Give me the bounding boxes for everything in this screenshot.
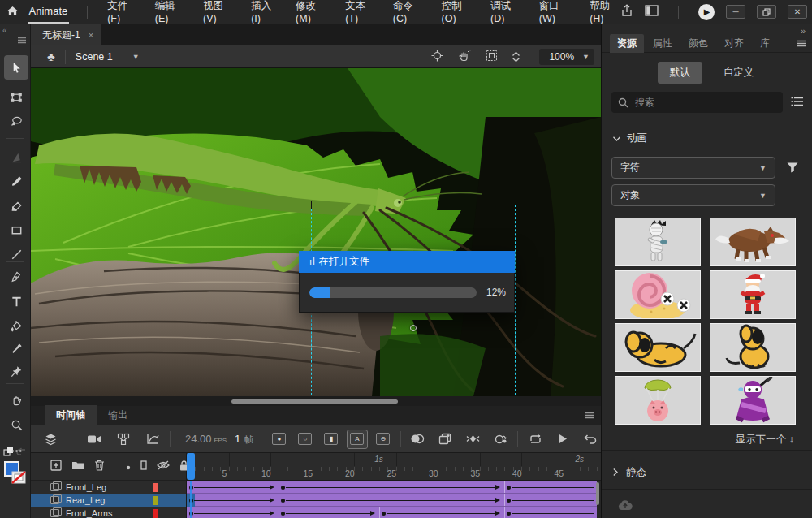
fill-stroke-swatches[interactable] bbox=[4, 461, 27, 488]
keyframe-dot[interactable] bbox=[281, 499, 285, 503]
insert-frame-icon[interactable]: ▮ bbox=[321, 430, 342, 449]
animation-section-header[interactable]: 动画 bbox=[613, 132, 647, 145]
select-tool[interactable] bbox=[4, 55, 28, 80]
loop-icon[interactable] bbox=[525, 430, 546, 449]
menu-item-帮助H[interactable]: 帮助(H) bbox=[590, 0, 620, 24]
restore-button[interactable] bbox=[757, 5, 776, 19]
timeline-tab-输出[interactable]: 输出 bbox=[97, 405, 139, 425]
line-tool[interactable] bbox=[7, 245, 25, 263]
timeline-panel-menu-icon[interactable] bbox=[585, 410, 594, 421]
play-icon[interactable] bbox=[552, 430, 573, 449]
undo-icon[interactable] bbox=[580, 430, 601, 449]
frames-panel[interactable]: 510152025303540451s2s bbox=[187, 453, 601, 518]
track-row-Front_Arms[interactable] bbox=[187, 507, 597, 518]
layer-outline-color[interactable] bbox=[153, 496, 158, 505]
app-name[interactable]: Animate bbox=[26, 0, 80, 24]
paint-bucket-tool[interactable] bbox=[7, 317, 25, 335]
quick-share-play-icon[interactable]: ▶ bbox=[698, 4, 715, 20]
menu-item-窗口W[interactable]: 窗口(W) bbox=[539, 0, 572, 24]
layer-row-Rear_Leg[interactable]: Rear_Leg bbox=[31, 494, 186, 507]
keyframe-dot[interactable] bbox=[382, 512, 386, 516]
toolbar-menu-icon[interactable] bbox=[18, 35, 26, 46]
search-box[interactable] bbox=[611, 92, 783, 113]
minimize-button[interactable]: ─ bbox=[726, 5, 745, 19]
keyframe-dot[interactable] bbox=[507, 486, 511, 490]
asset-ninja-thumbnail[interactable] bbox=[710, 376, 796, 425]
upload-cloud-icon[interactable] bbox=[618, 499, 633, 513]
assets-panel-menu-icon[interactable] bbox=[797, 38, 806, 50]
tween-circle-icon[interactable] bbox=[490, 430, 511, 449]
delete-layer-icon[interactable] bbox=[94, 460, 105, 473]
share-icon[interactable] bbox=[620, 4, 633, 19]
layer-row-Front_Arms[interactable]: Front_Arms bbox=[31, 507, 186, 518]
panel-tab-颜色[interactable]: 颜色 bbox=[681, 34, 715, 53]
stage-horizontal-scrollbar[interactable] bbox=[231, 399, 398, 404]
search-input[interactable] bbox=[635, 97, 749, 108]
keyframe-dot[interactable] bbox=[507, 512, 511, 516]
menu-item-命令C[interactable]: 命令(C) bbox=[393, 0, 424, 24]
outline-dot-icon[interactable] bbox=[126, 461, 131, 473]
auto-keyframe-icon[interactable]: A bbox=[347, 430, 368, 449]
default-presets-button[interactable]: 默认 bbox=[658, 62, 702, 84]
stage-canvas[interactable]: 正在打开文件 12% bbox=[31, 68, 601, 406]
frame-rate[interactable]: 24.00FPS bbox=[185, 433, 227, 445]
panel-tab-属性[interactable]: 属性 bbox=[646, 34, 680, 53]
layer-row-Front_Leg[interactable]: Front_Leg bbox=[31, 481, 186, 494]
list-view-icon[interactable] bbox=[791, 97, 803, 109]
edit-multiple-frames-icon[interactable] bbox=[434, 430, 456, 449]
transform-point-icon[interactable] bbox=[410, 325, 417, 331]
menu-item-编辑E[interactable]: 编辑(E) bbox=[155, 0, 185, 24]
layers-icon[interactable] bbox=[41, 430, 62, 449]
symbol-club-icon[interactable]: ♣ bbox=[47, 50, 55, 63]
hollow-keyframe-icon[interactable]: ○ bbox=[295, 430, 316, 449]
panel-tab-库[interactable]: 库 bbox=[753, 34, 777, 53]
panel-tab-资源[interactable]: 资源 bbox=[610, 34, 644, 53]
center-stage-icon[interactable] bbox=[431, 50, 443, 64]
object-dropdown[interactable]: 对象 ▼ bbox=[611, 184, 775, 206]
tab-close-icon[interactable]: × bbox=[89, 30, 93, 40]
clip-content-icon[interactable] bbox=[486, 50, 498, 64]
close-button[interactable]: ✕ bbox=[788, 5, 807, 19]
lasso-tool[interactable] bbox=[7, 112, 25, 130]
rectangle-tool[interactable] bbox=[7, 221, 25, 239]
graph-icon[interactable] bbox=[142, 430, 163, 449]
parenting-icon[interactable] bbox=[113, 430, 134, 449]
keyframe-dot[interactable] bbox=[281, 512, 285, 516]
brush-tool[interactable] bbox=[7, 172, 25, 190]
timeline-tab-时间轴[interactable]: 时间轴 bbox=[45, 405, 97, 425]
asset-dog-lying-thumbnail[interactable] bbox=[615, 323, 701, 372]
zoom-level-dropdown[interactable]: 100% ▼ bbox=[539, 49, 594, 65]
frames-vertical-scrollbar[interactable] bbox=[596, 482, 599, 505]
tween-diamond-icon[interactable] bbox=[462, 430, 483, 449]
remove-frame-icon[interactable]: ⊖ bbox=[373, 430, 394, 449]
current-frame-number[interactable]: 1 bbox=[235, 433, 240, 445]
dialog-title[interactable]: 正在打开文件 bbox=[299, 251, 515, 273]
outline-rect-icon[interactable] bbox=[140, 460, 147, 473]
keyframe-icon[interactable]: ● bbox=[269, 430, 290, 449]
static-section-header[interactable]: 静态 bbox=[613, 465, 646, 479]
free-transform-tool[interactable] bbox=[7, 88, 25, 106]
text-tool[interactable] bbox=[7, 292, 25, 310]
track-row-Rear_Leg[interactable] bbox=[187, 494, 597, 507]
panel-tab-对齐[interactable]: 对齐 bbox=[717, 34, 751, 53]
scene-name[interactable]: Scene 1 bbox=[76, 51, 113, 63]
track-row-Front_Leg[interactable] bbox=[187, 481, 597, 494]
menu-item-控制O[interactable]: 控制(O) bbox=[442, 0, 473, 24]
asset-werewolf-thumbnail[interactable] bbox=[710, 218, 796, 266]
menu-item-调试D[interactable]: 调试(D) bbox=[490, 0, 521, 24]
more-options-tool[interactable] bbox=[7, 442, 25, 460]
layer-outline-color[interactable] bbox=[153, 483, 158, 492]
asset-dog-sitting-thumbnail[interactable] bbox=[710, 323, 796, 372]
document-tab[interactable]: 无标题-1 × bbox=[31, 24, 102, 45]
rotation-hand-icon[interactable] bbox=[458, 50, 471, 64]
asset-warp-tool[interactable] bbox=[7, 362, 25, 380]
zoom-stepper-icon[interactable] bbox=[512, 52, 520, 62]
add-folder-icon[interactable] bbox=[71, 460, 84, 473]
hide-all-icon[interactable] bbox=[157, 460, 170, 473]
menu-item-插入I[interactable]: 插入(I) bbox=[251, 0, 278, 24]
workspace-layout-icon[interactable] bbox=[645, 5, 659, 19]
asset-santa-thumbnail[interactable] bbox=[710, 270, 796, 319]
home-icon[interactable] bbox=[0, 6, 26, 19]
menu-item-文本T[interactable]: 文本(T) bbox=[345, 0, 375, 24]
custom-presets-button[interactable]: 自定义 bbox=[720, 62, 758, 84]
